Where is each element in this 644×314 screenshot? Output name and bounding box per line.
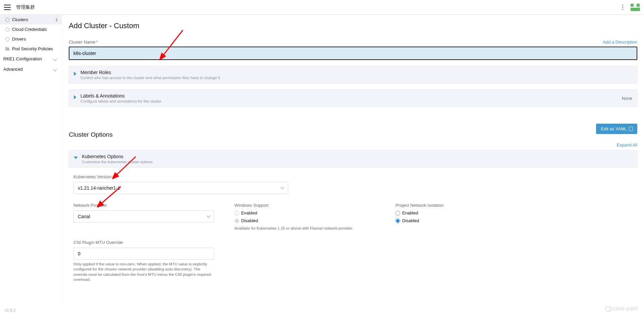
expand-all-link[interactable]: Expand All bbox=[617, 142, 637, 147]
network-provider-select[interactable]: Canal bbox=[73, 210, 214, 223]
cni-mtu-label: CNI Plugin MTU Override bbox=[73, 240, 214, 245]
sidebar-group-label: Advanced bbox=[3, 67, 23, 72]
select-value: Canal bbox=[78, 214, 90, 219]
gear-icon bbox=[5, 18, 9, 22]
sidebar-item-label: Clusters bbox=[12, 17, 28, 22]
sidebar-item-label: Drivers bbox=[12, 37, 26, 42]
circle-icon bbox=[5, 37, 9, 41]
sidebar-item-pod-security[interactable]: Pod Security Policies bbox=[0, 44, 62, 54]
rancher-logo-icon bbox=[631, 4, 640, 11]
chevron-down-icon bbox=[53, 67, 57, 71]
isolation-enabled-radio[interactable]: Enabled bbox=[395, 210, 536, 215]
expand-icon[interactable] bbox=[74, 95, 76, 99]
breadcrumb: 管理集群 bbox=[16, 4, 35, 10]
kebab-menu-icon[interactable] bbox=[621, 3, 625, 11]
windows-enabled-radio[interactable]: Enabled bbox=[234, 210, 375, 215]
project-isolation-label: Project Network Isolation bbox=[395, 203, 536, 208]
page-title: Add Cluster - Custom bbox=[69, 21, 637, 30]
sidebar-group-label: RKE1 Configuration bbox=[3, 56, 42, 61]
isolation-disabled-radio[interactable]: Disabled bbox=[395, 218, 536, 223]
sidebar-item-label: Pod Security Policies bbox=[12, 46, 53, 51]
labels-count: None bbox=[622, 96, 632, 101]
sidebar-item-drivers[interactable]: Drivers bbox=[0, 34, 62, 44]
kubernetes-options-panel: Kubernetes Options Customize the kuberne… bbox=[69, 150, 637, 168]
sidebar-item-clusters[interactable]: Clusters 1 bbox=[0, 15, 62, 24]
windows-support-radio-group: Enabled Disabled bbox=[234, 210, 375, 223]
sidebar: Clusters 1 Cloud Credentials Drivers Pod… bbox=[0, 15, 62, 306]
expand-icon[interactable] bbox=[74, 72, 76, 76]
sidebar-item-cloud-credentials[interactable]: Cloud Credentials bbox=[0, 24, 62, 34]
panel-subtitle: Control who has access to the cluster an… bbox=[80, 76, 632, 80]
cluster-name-label: Cluster Name* bbox=[69, 40, 98, 45]
folder-icon bbox=[5, 48, 9, 51]
panel-title: Kubernetes Options bbox=[82, 154, 632, 159]
project-isolation-radio-group: Enabled Disabled bbox=[395, 210, 536, 223]
labels-annotations-panel[interactable]: Labels & Annotations Configure labels an… bbox=[69, 89, 637, 107]
count-badge: 1 bbox=[55, 17, 58, 22]
chevron-down-icon bbox=[207, 214, 210, 217]
document-icon bbox=[629, 127, 633, 131]
cni-mtu-input[interactable] bbox=[73, 248, 214, 260]
windows-support-help: Available for Kubernetes 1.15 or above w… bbox=[234, 226, 375, 231]
topbar: 管理集群 bbox=[0, 0, 644, 15]
add-description-link[interactable]: Add a Description bbox=[603, 40, 637, 45]
windows-support-label: Windows Support bbox=[234, 203, 375, 208]
chevron-down-icon bbox=[53, 57, 57, 61]
menu-icon[interactable] bbox=[4, 5, 11, 10]
windows-disabled-radio[interactable]: Disabled bbox=[234, 218, 375, 223]
cni-mtu-help: Only applied if the value is non-zero. W… bbox=[73, 262, 214, 282]
edit-as-yaml-button[interactable]: Edit as YAML bbox=[596, 124, 637, 134]
panel-title: Member Roles bbox=[80, 70, 632, 75]
select-value: v1.21.14-rancher1-1 bbox=[78, 185, 120, 191]
panel-subtitle: Configure labels and annotations for the… bbox=[80, 99, 622, 103]
sidebar-item-label: Cloud Credentials bbox=[12, 27, 47, 32]
chevron-down-icon bbox=[280, 185, 284, 189]
panel-subtitle: Customize the kubernetes cluster options bbox=[82, 160, 632, 164]
collapse-icon[interactable] bbox=[74, 156, 78, 159]
sidebar-group-advanced[interactable]: Advanced bbox=[0, 64, 62, 74]
button-label: Edit as YAML bbox=[601, 126, 627, 131]
k8s-version-label: Kubernetes Version bbox=[73, 174, 288, 179]
k8s-version-select[interactable]: v1.21.14-rancher1-1 bbox=[73, 182, 288, 194]
sidebar-group-rke1[interactable]: RKE1 Configuration bbox=[0, 54, 62, 64]
network-provider-label: Network Provider bbox=[73, 203, 214, 208]
cluster-options-heading: Cluster Options bbox=[69, 131, 113, 138]
circle-icon bbox=[5, 27, 9, 32]
main-content: Add Cluster - Custom Cluster Name* Add a… bbox=[62, 15, 644, 306]
panel-title: Labels & Annotations bbox=[80, 93, 622, 99]
cluster-name-input[interactable] bbox=[69, 47, 637, 60]
member-roles-panel[interactable]: Member Roles Control who has access to t… bbox=[69, 66, 637, 83]
